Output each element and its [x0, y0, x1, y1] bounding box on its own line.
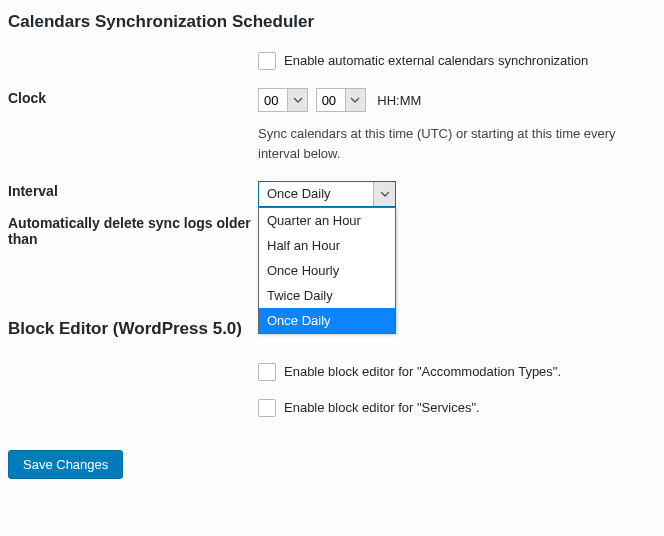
chevron-down-icon: [350, 95, 360, 105]
block-editor-accom-label: Enable block editor for "Accommodation T…: [284, 363, 561, 381]
enable-sync-label: Enable automatic external calendars sync…: [284, 52, 588, 70]
interval-option[interactable]: Once Daily: [259, 308, 395, 333]
chevron-down-icon: [293, 95, 303, 105]
clock-hours-input[interactable]: [258, 88, 288, 112]
interval-option[interactable]: Quarter an Hour: [259, 208, 395, 233]
page-title: Calendars Synchronization Scheduler: [8, 12, 656, 32]
clock-label: Clock: [8, 88, 258, 106]
interval-option[interactable]: Once Hourly: [259, 258, 395, 283]
interval-option[interactable]: Twice Daily: [259, 283, 395, 308]
auto-delete-label: Automatically delete sync logs older tha…: [8, 213, 258, 247]
interval-label: Interval: [8, 181, 258, 199]
enable-sync-checkbox[interactable]: [258, 52, 276, 70]
block-editor-services-checkbox[interactable]: [258, 399, 276, 417]
clock-minutes-chevron[interactable]: [346, 88, 366, 112]
chevron-down-icon: [380, 189, 390, 199]
block-editor-accom-checkbox[interactable]: [258, 363, 276, 381]
interval-select[interactable]: Once Daily: [258, 181, 396, 207]
interval-option[interactable]: Half an Hour: [259, 233, 395, 258]
save-button[interactable]: Save Changes: [8, 450, 123, 479]
clock-hours-chevron[interactable]: [288, 88, 308, 112]
clock-format-hint: HH:MM: [377, 93, 421, 108]
clock-help-text: Sync calendars at this time (UTC) or sta…: [258, 124, 656, 163]
interval-dropdown-list: Quarter an Hour Half an Hour Once Hourly…: [258, 207, 396, 334]
empty-label: [8, 399, 258, 401]
interval-chevron[interactable]: [373, 182, 395, 206]
interval-selected-value: Once Daily: [259, 182, 373, 206]
block-editor-services-label: Enable block editor for "Services".: [284, 399, 480, 417]
empty-label: [8, 52, 258, 54]
empty-label: [8, 363, 258, 365]
clock-minutes-input[interactable]: [316, 88, 346, 112]
